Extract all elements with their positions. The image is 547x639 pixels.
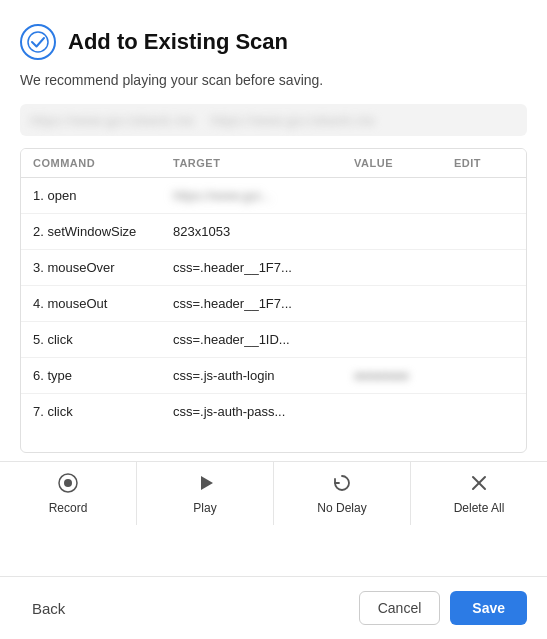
toolbar: Record Play No Delay <box>0 461 547 525</box>
col-value: VALUE <box>354 157 454 169</box>
cell-target: 823x1053 <box>173 224 354 239</box>
bottom-bar: Back Cancel Save <box>0 576 547 639</box>
col-edit: EDIT <box>454 157 514 169</box>
table-row[interactable]: 5. clickcss=.header__1ID... <box>21 322 526 358</box>
cell-command: 1. open <box>33 188 173 203</box>
svg-marker-4 <box>201 476 213 490</box>
target-check-icon <box>20 24 56 60</box>
delete-all-label: Delete All <box>454 501 505 515</box>
subtitle-text: We recommend playing your scan before sa… <box>0 72 547 100</box>
back-button[interactable]: Back <box>20 592 77 625</box>
col-command: COMMAND <box>33 157 173 169</box>
cell-target: css=.header__1F7... <box>173 296 354 311</box>
table-row[interactable]: 4. mouseOutcss=.header__1F7... <box>21 286 526 322</box>
no-delay-icon <box>331 472 353 497</box>
url-text: https://www.gui.tobank.me https://www.gu… <box>30 113 517 128</box>
svg-point-0 <box>21 25 55 59</box>
svg-point-3 <box>64 479 72 487</box>
table-row[interactable]: 2. setWindowSize823x1053 <box>21 214 526 250</box>
right-actions: Cancel Save <box>359 591 527 625</box>
no-delay-button[interactable]: No Delay <box>274 462 411 525</box>
table-row[interactable]: 1. openhttps://www.gui... <box>21 178 526 214</box>
cancel-button[interactable]: Cancel <box>359 591 441 625</box>
no-delay-label: No Delay <box>317 501 366 515</box>
cell-target: css=.header__1F7... <box>173 260 354 275</box>
record-button[interactable]: Record <box>0 462 137 525</box>
play-icon <box>194 472 216 497</box>
cell-command: 5. click <box>33 332 173 347</box>
table-row[interactable]: 7. clickcss=.js-auth-pass... <box>21 394 526 429</box>
page-title: Add to Existing Scan <box>68 29 288 55</box>
record-label: Record <box>49 501 88 515</box>
table-row[interactable]: 6. typecss=.js-auth-login●●●●●●● <box>21 358 526 394</box>
page: Add to Existing Scan We recommend playin… <box>0 0 547 639</box>
table-header: COMMAND TARGET VALUE EDIT <box>21 149 526 178</box>
cell-command: 7. click <box>33 404 173 419</box>
cell-command: 3. mouseOver <box>33 260 173 275</box>
delete-all-icon <box>468 472 490 497</box>
play-button[interactable]: Play <box>137 462 274 525</box>
commands-table: COMMAND TARGET VALUE EDIT 1. openhttps:/… <box>20 148 527 453</box>
col-target: TARGET <box>173 157 354 169</box>
table-row[interactable]: 3. mouseOvercss=.header__1F7... <box>21 250 526 286</box>
delete-all-button[interactable]: Delete All <box>411 462 547 525</box>
play-label: Play <box>193 501 216 515</box>
cell-command: 6. type <box>33 368 173 383</box>
cell-command: 2. setWindowSize <box>33 224 173 239</box>
cell-command: 4. mouseOut <box>33 296 173 311</box>
header: Add to Existing Scan <box>0 0 547 72</box>
table-body[interactable]: 1. openhttps://www.gui...2. setWindowSiz… <box>21 178 526 452</box>
cell-target: https://www.gui... <box>173 188 354 203</box>
url-bar: https://www.gui.tobank.me https://www.gu… <box>20 104 527 136</box>
save-button[interactable]: Save <box>450 591 527 625</box>
cell-value: ●●●●●●● <box>354 368 454 383</box>
record-icon <box>57 472 79 497</box>
cell-target: css=.js-auth-login <box>173 368 354 383</box>
cell-target: css=.header__1ID... <box>173 332 354 347</box>
cell-target: css=.js-auth-pass... <box>173 404 354 419</box>
